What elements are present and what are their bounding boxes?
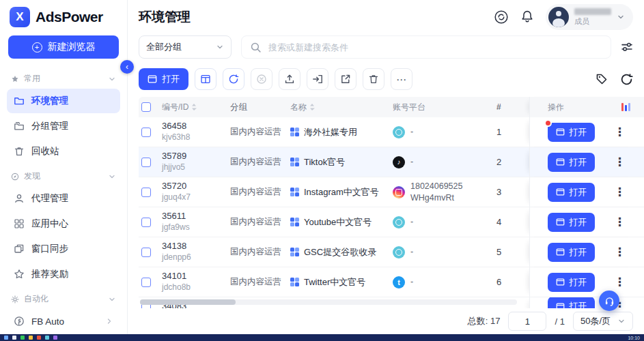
open-env-button[interactable]: 打开 xyxy=(548,183,595,202)
sync-status-icon[interactable] xyxy=(494,10,509,25)
import-button[interactable] xyxy=(307,68,328,90)
bell-icon[interactable] xyxy=(520,10,535,25)
sidebar-item-referral-rewards[interactable]: 推荐奖励 xyxy=(7,262,120,286)
column-header-platform[interactable]: 账号平台 xyxy=(393,102,496,113)
column-header-id[interactable]: 编号/ID xyxy=(162,102,230,113)
row-more-icon[interactable]: ⋮ xyxy=(614,276,626,288)
page-size-select[interactable]: 50条/页 xyxy=(573,312,633,331)
new-browser-button[interactable]: + 新建浏览器 xyxy=(8,35,119,59)
brand-logo: X AdsPower xyxy=(0,5,127,34)
open-env-button[interactable]: 打开 xyxy=(548,213,595,232)
row-checkbox[interactable] xyxy=(141,218,151,227)
upload-button[interactable] xyxy=(279,68,300,90)
sidebar-item-group-management[interactable]: 分组管理 xyxy=(7,114,120,138)
table-body: 36458 kjv63h8 国内内容运营 海外社媒专用 - 1 打开 ⋮ 357… xyxy=(139,117,644,308)
windows-taskbar[interactable]: 10:10 xyxy=(0,334,644,341)
row-actions-cell: 打开 ⋮ xyxy=(529,237,644,267)
platform-account-id: WHg4mvRt xyxy=(410,192,462,203)
close-circle-icon xyxy=(256,74,267,85)
row-checkbox[interactable] xyxy=(141,158,151,167)
sort-icon xyxy=(309,103,315,111)
taskbar-icon[interactable] xyxy=(20,336,25,340)
more-actions-button[interactable]: ⋯ xyxy=(391,68,412,90)
user-menu[interactable]: 成员 xyxy=(546,4,633,30)
sidebar-item-window-sync[interactable]: 窗口同步 xyxy=(7,237,120,261)
share-button[interactable] xyxy=(335,68,356,90)
filter-sliders-icon[interactable] xyxy=(621,41,633,53)
open-layout-button[interactable] xyxy=(195,68,216,90)
compass-icon xyxy=(11,173,19,181)
table-row[interactable]: 35720 jguq4x7 国内内容运营 Instagram中文官号 18024… xyxy=(139,177,644,207)
taskbar-icon[interactable] xyxy=(12,336,16,340)
scrollbar-thumb[interactable] xyxy=(140,299,236,305)
chevron-down-icon xyxy=(108,295,116,303)
open-env-button[interactable]: 打开 xyxy=(548,297,595,308)
env-platform-cell: - xyxy=(393,126,496,138)
row-more-icon[interactable]: ⋮ xyxy=(614,186,626,198)
sidebar-collapse-button[interactable]: ‹ xyxy=(120,60,134,74)
row-checkbox[interactable] xyxy=(141,128,151,137)
open-selected-button[interactable]: 打开 xyxy=(139,68,188,90)
taskbar-icon[interactable] xyxy=(37,336,41,340)
sidebar-item-proxy-management[interactable]: 代理管理 xyxy=(7,186,120,211)
close-envs-button[interactable] xyxy=(251,68,272,90)
group-filter-select[interactable]: 全部分组 xyxy=(139,35,232,59)
table-row[interactable]: 35789 jhjjvo5 国内内容运营 Tiktok官号 ♪ - 2 打开 ⋮ xyxy=(139,147,644,177)
chevron-down-icon xyxy=(108,75,116,83)
taskbar-icon[interactable] xyxy=(45,336,49,340)
platform-account: - xyxy=(410,216,413,227)
row-actions-cell: 打开 ⋮ xyxy=(529,297,644,308)
window-grid-icon xyxy=(200,74,211,85)
env-group: 国内内容运营 xyxy=(230,156,290,168)
browser-window-icon xyxy=(556,278,565,286)
open-env-button[interactable]: 打开 xyxy=(548,243,595,262)
refresh-list-icon[interactable] xyxy=(620,73,633,86)
row-checkbox[interactable] xyxy=(141,188,151,197)
table-row[interactable]: 36458 kjv63h8 国内内容运营 海外社媒专用 - 1 打开 ⋮ xyxy=(139,117,644,147)
support-button[interactable] xyxy=(599,291,619,311)
page-number-input[interactable] xyxy=(508,312,546,331)
refresh-selected-button[interactable] xyxy=(223,68,244,90)
tag-icon[interactable] xyxy=(596,73,608,85)
horizontal-scrollbar[interactable] xyxy=(140,299,517,305)
open-env-button[interactable]: 打开 xyxy=(548,153,595,172)
taskbar-icon[interactable] xyxy=(29,336,33,340)
row-more-icon[interactable]: ⋮ xyxy=(614,126,626,138)
sidebar-item-recycle-bin[interactable]: 回收站 xyxy=(7,139,120,164)
star-icon xyxy=(14,269,25,280)
sidebar-item-fb-auto[interactable]: FB Auto xyxy=(7,309,120,333)
env-platform-cell: - xyxy=(393,216,496,228)
search-input[interactable] xyxy=(268,42,602,53)
column-header-number[interactable]: # xyxy=(496,102,524,112)
column-header-name[interactable]: 名称 xyxy=(290,102,393,113)
row-checkbox[interactable] xyxy=(141,278,151,287)
select-all-checkbox[interactable] xyxy=(141,102,151,112)
open-env-button[interactable]: 打开 xyxy=(548,123,595,142)
start-icon[interactable] xyxy=(4,336,8,340)
sidebar-item-app-center[interactable]: 应用中心 xyxy=(7,211,120,236)
platform-icon xyxy=(393,126,405,138)
env-serial: 3 xyxy=(496,187,524,197)
section-discover[interactable]: 发现 xyxy=(7,164,120,186)
browser-window-icon xyxy=(556,248,565,256)
section-automation[interactable]: 自动化 xyxy=(7,287,120,309)
column-settings-icon[interactable] xyxy=(621,103,630,111)
sidebar-item-env-management[interactable]: 环境管理 xyxy=(7,89,120,113)
row-more-icon[interactable]: ⋮ xyxy=(614,156,626,168)
section-common[interactable]: 常用 xyxy=(7,67,120,89)
open-env-button[interactable]: 打开 xyxy=(548,273,595,292)
table-row[interactable]: 34101 jdcho8b 国内内容运营 Twitter中文官号 t - 6 打… xyxy=(139,267,644,297)
search-box[interactable] xyxy=(241,35,611,59)
row-checkbox[interactable] xyxy=(141,248,151,257)
delete-button[interactable] xyxy=(363,68,384,90)
row-more-icon[interactable]: ⋮ xyxy=(614,246,626,258)
column-header-group[interactable]: 分组 xyxy=(230,102,290,113)
env-serial: 6 xyxy=(496,277,524,287)
site-tiles-icon xyxy=(290,278,299,286)
taskbar-icon[interactable] xyxy=(53,336,57,340)
table-row[interactable]: 34138 jdenpp6 国内内容运营 GSC提交谷歌收录 - 5 打开 ⋮ xyxy=(139,237,644,267)
table-row[interactable]: 35611 jgfa9ws 国内内容运营 Youtube中文官号 - 4 打开 … xyxy=(139,207,644,237)
row-more-icon[interactable]: ⋮ xyxy=(614,216,626,228)
browser-window-icon xyxy=(556,302,565,309)
env-name-cell: Twitter中文官号 xyxy=(290,276,393,288)
